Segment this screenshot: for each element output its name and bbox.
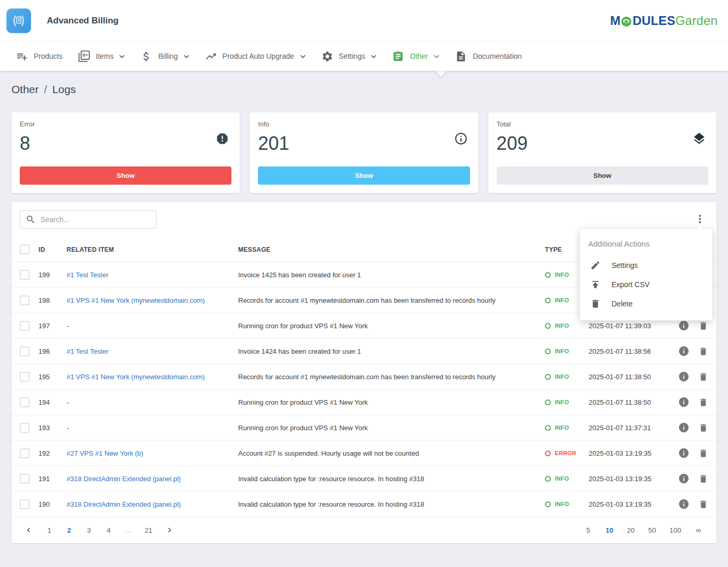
trash-icon: [698, 321, 708, 331]
page-size-option[interactable]: ∞: [695, 526, 702, 534]
type-label: INFO: [555, 424, 569, 431]
status-ring-icon: [545, 476, 551, 482]
svg-text:9+: 9+: [83, 53, 88, 58]
page-number-active[interactable]: 2: [66, 526, 73, 534]
log-date: 2025-01-07 11:38:50: [589, 398, 678, 406]
row-delete-button[interactable]: [698, 499, 708, 509]
log-id: 197: [38, 322, 67, 330]
related-item-link[interactable]: #318 DirectAdmin Extended (panel.pl): [67, 475, 238, 483]
status-ring-icon: [545, 425, 551, 431]
select-all-checkbox[interactable]: [20, 244, 30, 254]
chevron-down-icon: [184, 55, 189, 58]
table-row: 191 #318 DirectAdmin Extended (panel.pl)…: [11, 466, 717, 492]
page-number[interactable]: 1: [46, 526, 53, 534]
log-message: Running cron for product VPS #1 New York: [238, 424, 545, 432]
row-info-button[interactable]: [678, 422, 690, 433]
nav-item-billing[interactable]: Billing: [133, 42, 197, 71]
row-checkbox[interactable]: [20, 474, 30, 484]
menu-item-delete[interactable]: Delete: [580, 294, 712, 313]
row-delete-button[interactable]: [698, 372, 708, 382]
page-size-option[interactable]: 50: [648, 526, 656, 534]
nav-item-documentation[interactable]: Documentation: [447, 42, 529, 71]
type-badge: INFO: [545, 323, 589, 329]
info-circle-icon: [678, 473, 690, 484]
related-item-link[interactable]: #27 VPS #1 New York (b): [67, 449, 238, 457]
show-info-button[interactable]: Show: [258, 166, 470, 185]
more-actions-button[interactable]: [694, 213, 706, 225]
related-item-link[interactable]: #1 Test Tester: [67, 271, 238, 279]
next-page-button[interactable]: [165, 525, 174, 535]
type-badge: ERROR: [545, 450, 589, 456]
row-info-button[interactable]: [678, 371, 690, 382]
column-header-id[interactable]: ID: [38, 246, 67, 253]
trash-icon: [698, 448, 708, 458]
row-delete-button[interactable]: [698, 474, 708, 484]
additional-actions-menu: Additional Actions Settings Export CSV D…: [580, 229, 712, 320]
page-size-option[interactable]: 100: [669, 526, 681, 534]
row-checkbox[interactable]: [20, 321, 30, 331]
nav-item-items[interactable]: 9+ Items: [70, 42, 133, 71]
row-checkbox[interactable]: [20, 397, 30, 407]
row-info-button[interactable]: [678, 345, 690, 357]
column-header-message[interactable]: MESSAGE: [238, 246, 545, 253]
row-info-button[interactable]: [678, 498, 690, 510]
row-checkbox[interactable]: [20, 372, 30, 382]
related-item-link[interactable]: #318 DirectAdmin Extended (panel.pl): [67, 500, 238, 508]
row-delete-button[interactable]: [698, 397, 708, 407]
row-delete-button[interactable]: [698, 346, 708, 356]
row-info-button[interactable]: [678, 447, 690, 459]
previous-page-button[interactable]: [24, 525, 33, 535]
content: Other / Logs Error 8 Show: [0, 71, 728, 543]
page-number[interactable]: 3: [85, 526, 93, 534]
info-circle-icon: [678, 371, 690, 382]
related-item-link[interactable]: #1 Test Tester: [67, 347, 238, 355]
row-checkbox[interactable]: [20, 448, 30, 458]
table-row: 196 #1 Test Tester Invoice 1424 has been…: [11, 339, 717, 364]
page-ellipsis: …: [125, 526, 132, 534]
menu-item-export-csv[interactable]: Export CSV: [580, 275, 712, 294]
page-size-option[interactable]: 20: [627, 526, 634, 534]
page-size-option[interactable]: 5: [584, 526, 592, 534]
row-info-button[interactable]: [678, 473, 690, 484]
log-date: 2025-01-07 11:38:56: [589, 347, 678, 355]
breadcrumb-separator: /: [44, 83, 47, 96]
nav-item-other[interactable]: Other: [384, 42, 447, 71]
nav-item-product-auto-upgrade[interactable]: Product Auto Upgrade: [197, 42, 314, 71]
menu-item-settings[interactable]: Settings: [580, 255, 712, 275]
row-info-button[interactable]: [678, 320, 690, 331]
logs-table-card: Additional Actions Settings Export CSV D…: [11, 202, 717, 543]
page-number[interactable]: 21: [145, 526, 152, 534]
row-checkbox[interactable]: [20, 423, 30, 433]
row-checkbox[interactable]: [20, 270, 30, 280]
nav-item-settings[interactable]: Settings: [314, 42, 385, 71]
row-delete-button[interactable]: [698, 448, 708, 458]
column-header-related-item[interactable]: RELATED ITEM: [67, 246, 238, 253]
row-checkbox[interactable]: [20, 499, 30, 509]
nav-item-products[interactable]: Products: [8, 42, 70, 71]
row-delete-button[interactable]: [698, 321, 708, 331]
show-total-button[interactable]: Show: [497, 166, 708, 185]
row-checkbox[interactable]: [20, 346, 30, 356]
type-label: INFO: [555, 501, 569, 507]
related-item-link[interactable]: #1 VPS #1 New York (mynewtestdomain.com): [67, 297, 238, 304]
brand-text: Garden: [675, 14, 718, 28]
table-row: 190 #318 DirectAdmin Extended (panel.pl)…: [11, 492, 717, 517]
info-circle-icon: [678, 396, 690, 408]
nav-label: Products: [34, 52, 62, 60]
trash-icon: [698, 423, 708, 433]
page-size-option-active[interactable]: 10: [605, 526, 613, 534]
row-checkbox[interactable]: [20, 295, 30, 305]
related-item-link[interactable]: #1 VPS #1 New York (mynewtestdomain.com): [67, 373, 238, 381]
row-delete-button[interactable]: [698, 423, 708, 433]
log-message: Invoice 1425 has been created for user 1: [238, 271, 545, 279]
log-id: 199: [38, 271, 67, 279]
log-date: 2025-01-07 11:38:50: [589, 373, 678, 381]
table-row: 194 - Running cron for product VPS #1 Ne…: [11, 390, 717, 415]
breadcrumb-section[interactable]: Other: [11, 83, 39, 96]
show-errors-button[interactable]: Show: [20, 166, 231, 185]
row-info-button[interactable]: [678, 396, 690, 408]
page-number[interactable]: 4: [105, 526, 112, 534]
chevron-down-icon: [371, 55, 376, 58]
search-input[interactable]: [41, 215, 151, 224]
pagination: 1 2 3 4 … 21 5 10 20 50 100 ∞: [11, 517, 717, 543]
